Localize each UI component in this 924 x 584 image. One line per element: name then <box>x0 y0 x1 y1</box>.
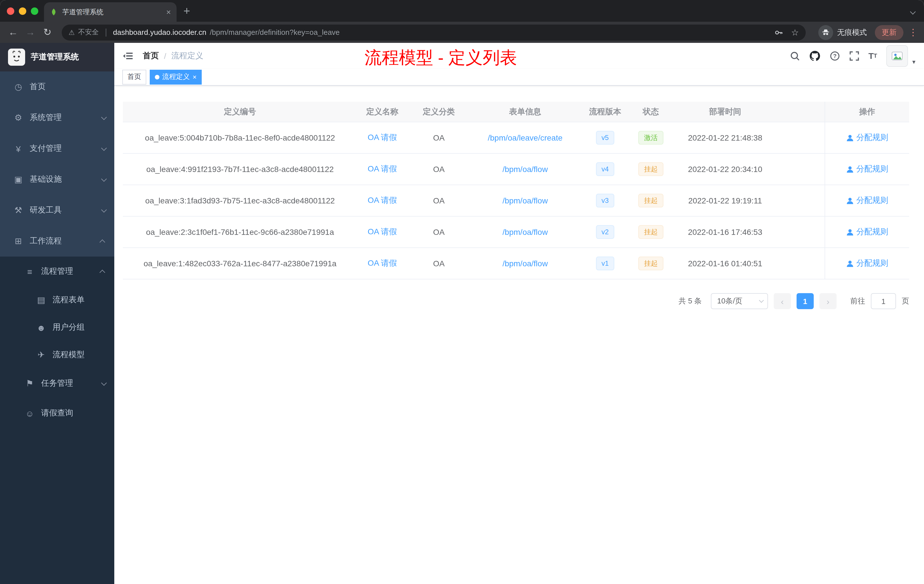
assign-rule-link[interactable]: 分配规则 <box>846 164 888 174</box>
url-bar[interactable]: ⚠ 不安全 dashboard.yudao.iocoder.cn /bpm/ma… <box>62 24 806 40</box>
table-row: oa_leave:4:991f2193-7b7f-11ec-a3c8-acde4… <box>123 154 909 185</box>
tab-search-chevron-icon[interactable] <box>911 6 915 16</box>
user-icon <box>846 260 853 267</box>
version-tag: v5 <box>596 131 614 145</box>
cell-deploy-time: 2022-01-22 21:48:38 <box>672 122 779 153</box>
help-icon[interactable]: ? <box>830 51 840 61</box>
table-row: oa_leave:5:004b710b-7b8a-11ec-8ef0-acde4… <box>123 122 909 154</box>
monitor-icon: ▣ <box>12 174 25 185</box>
version-tag: v3 <box>596 194 614 208</box>
fullscreen-icon[interactable] <box>849 51 859 61</box>
col-deploy-time: 部署时间 <box>672 102 779 122</box>
logo-image <box>8 49 25 66</box>
version-tag: v4 <box>596 162 614 176</box>
sidebar-item-process-management[interactable]: ≡ 流程管理 <box>0 257 114 286</box>
incognito-badge: 无痕模式 <box>818 25 867 40</box>
page-size-select[interactable]: 10条/页 <box>711 293 768 309</box>
col-actions: 操作 <box>825 102 909 122</box>
avatar-caret-icon: ▾ <box>912 58 916 66</box>
sidebar-item-payment[interactable]: ¥ 支付管理 <box>0 133 114 164</box>
table-row: oa_leave:2:3c1f0ef1-76b1-11ec-9c66-a2380… <box>123 216 909 248</box>
status-tag: 激活 <box>638 131 663 145</box>
sidebar-item-system[interactable]: ⚙ 系统管理 <box>0 102 114 133</box>
cell-definition-id: oa_leave:3:1fad3d93-7b75-11ec-a3c8-acde4… <box>123 185 357 216</box>
col-status: 状态 <box>630 102 672 122</box>
user-icon <box>846 197 853 204</box>
url-domain: dashboard.yudao.iocoder.cn <box>113 28 206 36</box>
reload-button[interactable]: ↻ <box>40 26 55 38</box>
goto-page-input[interactable] <box>871 293 896 309</box>
update-button[interactable]: 更新 <box>875 25 903 40</box>
hamburger-icon[interactable] <box>122 50 134 61</box>
form-info-link[interactable]: /bpm/oa/flow <box>503 196 548 205</box>
tag-close-icon[interactable]: × <box>193 73 196 81</box>
cell-category: OA <box>408 216 470 247</box>
next-page-button[interactable]: › <box>819 293 837 309</box>
col-definition-category: 定义分类 <box>408 102 470 122</box>
new-tab-button[interactable]: + <box>183 4 190 17</box>
sidebar-item-leave-query[interactable]: ☺ 请假查询 <box>0 398 114 428</box>
tag-home[interactable]: 首页 <box>122 69 146 84</box>
prev-page-button[interactable]: ‹ <box>774 293 791 309</box>
sidebar-item-devtools[interactable]: ⚒ 研发工具 <box>0 195 114 226</box>
definition-name-link[interactable]: OA 请假 <box>368 227 397 237</box>
dashboard-icon: ◷ <box>12 82 25 92</box>
search-icon[interactable] <box>789 51 800 61</box>
definition-name-link[interactable]: OA 请假 <box>368 258 397 269</box>
chevron-up-icon <box>99 269 105 275</box>
back-button[interactable]: ← <box>6 26 21 38</box>
assign-rule-link[interactable]: 分配规则 <box>846 133 888 143</box>
minimize-window-button[interactable] <box>19 7 26 15</box>
cell-definition-id: oa_leave:2:3c1f0ef1-76b1-11ec-9c66-a2380… <box>123 216 357 247</box>
sidebar-item-task-management[interactable]: ⚑ 任务管理 <box>0 369 114 398</box>
bookmark-star-icon[interactable]: ☆ <box>791 27 799 38</box>
cell-definition-id: oa_leave:4:991f2193-7b7f-11ec-a3c8-acde4… <box>123 154 357 185</box>
app-title: 芋道管理系统 <box>31 52 79 62</box>
list-icon: ≡ <box>23 267 36 276</box>
sidebar-item-workflow[interactable]: ⊞ 工作流程 <box>0 226 114 257</box>
close-window-button[interactable] <box>7 7 14 15</box>
assign-rule-link[interactable]: 分配规则 <box>846 258 888 269</box>
form-info-link[interactable]: /bpm/oa/flow <box>503 228 548 237</box>
goto-unit: 页 <box>902 296 909 306</box>
sidebar-item-process-form[interactable]: ▤ 流程表单 <box>0 286 114 314</box>
browser-tab[interactable]: 芋道管理系统 × <box>44 2 177 22</box>
app-logo[interactable]: 芋道管理系统 <box>0 43 114 71</box>
sidebar-item-process-model[interactable]: ✈ 流程模型 <box>0 341 114 369</box>
cell-definition-id: oa_leave:1:482ec033-762a-11ec-8477-a2380… <box>123 248 357 279</box>
more-menu-icon[interactable]: ⋮ <box>908 27 918 38</box>
form-info-link[interactable]: /bpm/oa/leave/create <box>488 133 563 142</box>
forward-button[interactable]: → <box>23 26 38 38</box>
definition-name-link[interactable]: OA 请假 <box>368 195 397 206</box>
password-key-icon[interactable] <box>774 28 783 37</box>
breadcrumb-home[interactable]: 首页 <box>143 51 159 61</box>
definition-name-link[interactable]: OA 请假 <box>368 133 397 143</box>
security-label[interactable]: 不安全 <box>78 27 99 37</box>
tag-process-definition[interactable]: 流程定义 × <box>150 69 202 84</box>
sidebar-item-user-group[interactable]: ☻ 用户分组 <box>0 314 114 341</box>
assign-rule-link[interactable]: 分配规则 <box>846 195 888 206</box>
font-size-icon[interactable]: TT <box>868 51 877 61</box>
avatar[interactable]: ▾ <box>886 45 908 66</box>
zoom-window-button[interactable] <box>31 7 38 15</box>
chevron-down-icon <box>101 114 107 120</box>
sidebar-item-home[interactable]: ◷ 首页 <box>0 71 114 102</box>
tab-close-icon[interactable]: × <box>166 7 171 16</box>
user-icon <box>846 165 853 173</box>
sidebar-item-infrastructure[interactable]: ▣ 基础设施 <box>0 164 114 195</box>
page-number-button[interactable]: 1 <box>797 293 814 309</box>
github-icon[interactable] <box>809 50 820 61</box>
definition-name-link[interactable]: OA 请假 <box>368 164 397 174</box>
assign-rule-link[interactable]: 分配规则 <box>846 227 888 237</box>
pagination: 共 5 条 10条/页 ‹ 1 › 前往 页 <box>123 293 909 309</box>
cell-category: OA <box>408 154 470 185</box>
tags-bar: 首页 流程定义 × <box>114 69 924 86</box>
form-info-link[interactable]: /bpm/oa/flow <box>503 259 548 268</box>
chevron-up-icon <box>99 239 105 245</box>
person-icon: ☺ <box>23 408 36 418</box>
gear-icon: ⚙ <box>12 112 25 123</box>
status-tag: 挂起 <box>638 162 663 176</box>
col-form-info: 表单信息 <box>470 102 580 122</box>
yen-icon: ¥ <box>12 144 25 153</box>
form-info-link[interactable]: /bpm/oa/flow <box>503 165 548 174</box>
